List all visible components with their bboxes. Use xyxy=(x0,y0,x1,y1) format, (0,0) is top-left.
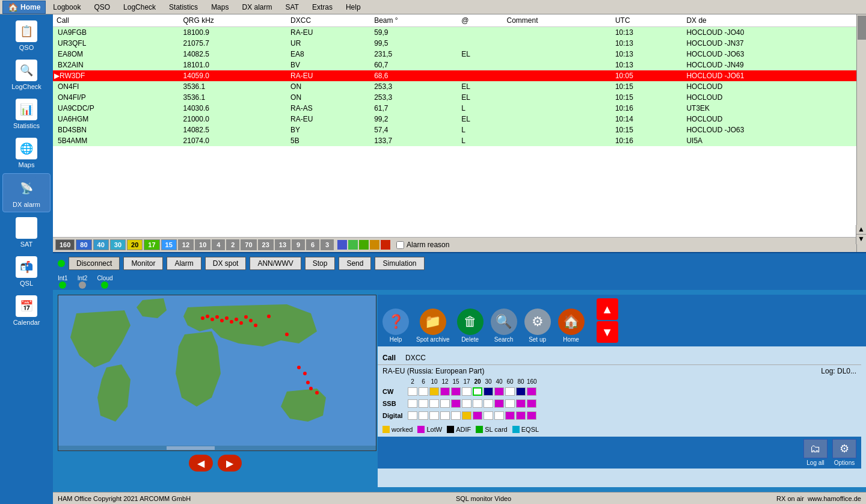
band-23[interactable]: 23 xyxy=(258,239,274,250)
setup-icon-btn[interactable]: ⚙ Set up xyxy=(524,309,551,343)
sidebar-item-logcheck[interactable]: 🔍 LogCheck xyxy=(2,56,51,94)
cell-beam: 231,5 xyxy=(370,49,458,60)
table-row[interactable]: ▶RW3DF 14059.0 RA-EU 68,6 10:05 HOCLOUD … xyxy=(53,70,866,81)
sidebar-item-qso[interactable]: 📋 QSO xyxy=(2,17,51,55)
cw-17 xyxy=(462,387,471,396)
legend-lotw: LotW xyxy=(417,426,442,433)
sidebar-item-calendar[interactable]: 📅 Calendar xyxy=(2,292,51,330)
ssb-2 xyxy=(408,399,417,408)
home-icon-btn[interactable]: 🏠 Home xyxy=(558,309,585,343)
svg-point-18 xyxy=(249,319,253,322)
menu-extras[interactable]: Extras xyxy=(306,2,339,13)
download-button[interactable]: ▼ xyxy=(597,321,618,343)
cell-utc: 10:15 xyxy=(612,81,683,92)
band-15[interactable]: 15 xyxy=(161,239,177,250)
cell-qrg: 14059.0 xyxy=(180,70,287,81)
menu-sat[interactable]: SAT xyxy=(279,2,304,13)
monitor-button[interactable]: Monitor xyxy=(123,257,163,270)
cell-dxcc: BY xyxy=(287,124,370,135)
band-10[interactable]: 10 xyxy=(195,239,210,250)
footer-right: RX on air www.hamoffice.de xyxy=(776,495,861,502)
table-row[interactable]: 5B4AMM 21074.0 5B 133,7 L 10:16 UI5A xyxy=(53,135,866,146)
menu-logbook[interactable]: Logbook xyxy=(47,2,87,13)
indicator-int1: Int1 xyxy=(58,275,68,289)
svg-point-26 xyxy=(315,391,319,395)
svg-point-17 xyxy=(244,315,248,319)
cell-at xyxy=(458,60,503,70)
sidebar-item-statistics[interactable]: 📊 Statistics xyxy=(2,95,51,133)
table-row[interactable]: EA8OM 14082.5 EA8 231,5 EL 10:13 HOCLOUD… xyxy=(53,49,866,60)
table-row[interactable]: BD4SBN 14082.5 BY 57,4 L 10:15 HOCLOUD -… xyxy=(53,124,866,135)
table-row[interactable]: UA6HGM 21000.0 RA-EU 99,2 EL 10:14 HOCLO… xyxy=(53,114,866,124)
ann-wwv-button[interactable]: ANN/WWV xyxy=(250,257,301,270)
alarm-reason-checkbox[interactable] xyxy=(396,241,404,249)
home-button[interactable]: 🏠 Home xyxy=(2,1,46,14)
cell-call: UA9FGB xyxy=(53,27,180,38)
alarm-reason-container: Alarm reason xyxy=(396,241,449,249)
alarm-button[interactable]: Alarm xyxy=(167,257,201,270)
map-right-arrow[interactable]: ▶ xyxy=(218,455,242,472)
band-3[interactable]: 3 xyxy=(321,239,334,250)
sidebar-item-dxalarm[interactable]: 📡 DX alarm xyxy=(2,173,51,212)
sidebar-item-maps[interactable]: 🌐 Maps xyxy=(2,134,51,172)
menu-statistics[interactable]: Statistics xyxy=(163,2,204,13)
help-icon-btn[interactable]: ❓ Help xyxy=(382,309,409,343)
band-160[interactable]: 160 xyxy=(55,239,75,250)
cell-comment xyxy=(503,60,612,70)
sidebar-item-qsl[interactable]: 📬 QSL xyxy=(2,253,51,290)
band-80[interactable]: 80 xyxy=(76,239,91,250)
table-row[interactable]: BX2AIN 18101.0 BV 60,7 10:13 HOCLOUD -JN… xyxy=(53,60,866,70)
disconnect-button[interactable]: Disconnect xyxy=(69,257,120,270)
menu-qso[interactable]: QSO xyxy=(88,2,116,13)
delete-icon: 🗑 xyxy=(457,309,484,335)
svg-point-20 xyxy=(267,315,271,318)
band-20[interactable]: 20 xyxy=(127,239,143,250)
band-4[interactable]: 4 xyxy=(212,239,225,250)
band-9[interactable]: 9 xyxy=(292,239,305,250)
content-area: Call QRG kHz DXCC Beam ° @ Comment UTC D… xyxy=(53,14,866,504)
menu-help[interactable]: Help xyxy=(340,2,367,13)
dig-20 xyxy=(473,411,482,420)
band-30[interactable]: 30 xyxy=(110,239,126,250)
svg-point-8 xyxy=(201,316,204,320)
scroll-down-arrow[interactable]: ▼ xyxy=(856,235,866,244)
sidebar-label-statistics: Statistics xyxy=(13,122,40,129)
cell-utc: 10:13 xyxy=(612,60,683,70)
send-button[interactable]: Send xyxy=(339,257,371,270)
search-icon-btn[interactable]: 🔍 Search xyxy=(491,309,517,343)
band-6[interactable]: 6 xyxy=(306,239,319,250)
band-17[interactable]: 17 xyxy=(144,239,159,250)
menu-logcheck[interactable]: LogCheck xyxy=(117,2,162,13)
menu-maps[interactable]: Maps xyxy=(205,2,235,13)
map-left-arrow[interactable]: ◀ xyxy=(189,455,213,472)
upload-button[interactable]: ▲ xyxy=(597,298,618,320)
table-row[interactable]: ON4FI/P 3536.1 ON 253,3 EL 10:15 HOCLOUD xyxy=(53,92,866,103)
delete-icon-btn[interactable]: 🗑 Delete xyxy=(457,309,484,343)
table-row[interactable]: UA9FGB 18100.9 RA-EU 59,9 10:13 HOCLOUD … xyxy=(53,27,866,38)
eqsl-color xyxy=(512,426,520,433)
table-row[interactable]: UR3QFL 21075.7 UR 99,5 10:13 HOCLOUD -JN… xyxy=(53,38,866,49)
dig-10 xyxy=(429,411,439,420)
simulation-button[interactable]: Simulation xyxy=(375,257,424,270)
sidebar-label-sat: SAT xyxy=(20,241,33,248)
band-color-3 xyxy=(359,240,369,250)
options-button[interactable]: ⚙ Options xyxy=(832,439,856,466)
map-nav: ◀ ▶ xyxy=(58,451,373,475)
band-12[interactable]: 12 xyxy=(178,239,194,250)
band-13[interactable]: 13 xyxy=(275,239,290,250)
table-row[interactable]: UA9CDC/P 14030.6 RA-AS 61,7 L 10:16 UT3E… xyxy=(53,103,866,114)
dx-spot-button[interactable]: DX spot xyxy=(205,257,247,270)
table-scrollbar[interactable] xyxy=(856,14,866,252)
scroll-up-arrow[interactable]: ▲ xyxy=(856,225,866,235)
cell-dxde: HOCLOUD -JO63 xyxy=(683,124,866,135)
sidebar-item-sat[interactable]: 🛰 SAT xyxy=(2,214,51,251)
stop-button[interactable]: Stop xyxy=(305,257,336,270)
log-all-button[interactable]: 🗂 Log all xyxy=(803,439,828,466)
spot-archive-icon-btn[interactable]: 📁 Spot archive xyxy=(416,309,450,343)
cell-utc: 10:13 xyxy=(612,38,683,49)
table-row[interactable]: ON4FI 3536.1 ON 253,3 EL 10:15 HOCLOUD xyxy=(53,81,866,92)
band-40[interactable]: 40 xyxy=(93,239,109,250)
band-70[interactable]: 70 xyxy=(241,239,256,250)
menu-dxalarm[interactable]: DX alarm xyxy=(236,2,278,13)
band-2[interactable]: 2 xyxy=(226,239,239,250)
